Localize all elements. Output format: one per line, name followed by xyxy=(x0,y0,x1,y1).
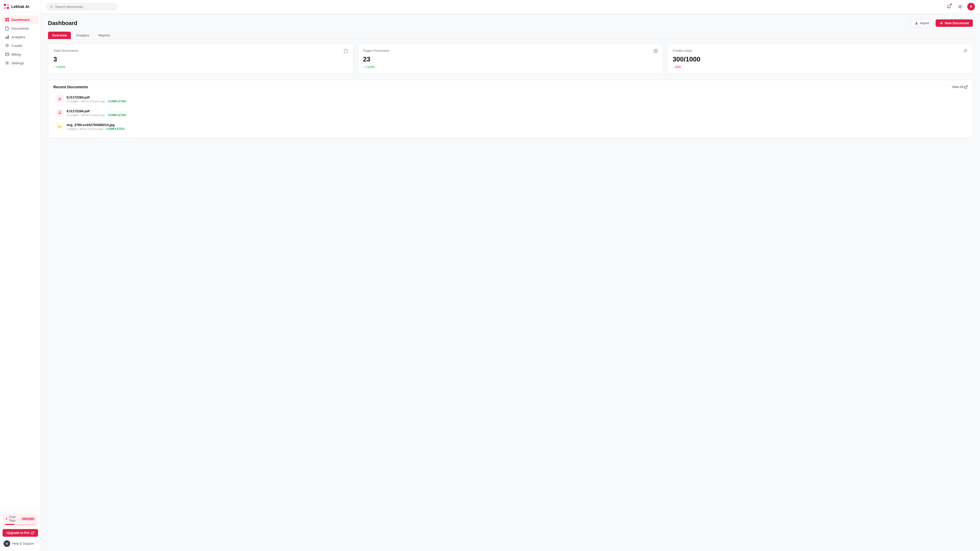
doc-file-icon-pdf-0: PDF xyxy=(56,95,64,103)
dashboard-icon xyxy=(5,17,9,22)
recent-documents-section: Recent Documents View All PDF xyxy=(48,80,973,138)
import-button[interactable]: Import xyxy=(911,19,933,27)
stat-card-credits-used: Credits Used 300/1000 ↓ 30% xyxy=(667,44,973,74)
recent-header: Recent Documents View All xyxy=(53,85,967,89)
svg-rect-15 xyxy=(654,49,655,51)
image-icon xyxy=(58,124,62,129)
sparkle-icon xyxy=(963,49,967,53)
app-logo[interactable]: Lekhak AI xyxy=(0,0,41,13)
upgrade-btn-label: Upgrade to Pro xyxy=(6,531,29,535)
main-area: R Dashboard Import New Document xyxy=(41,0,980,551)
page-title: Dashboard xyxy=(48,20,77,27)
sidebar-item-dashboard[interactable]: Dashboard xyxy=(2,16,39,24)
svg-rect-1 xyxy=(7,4,9,6)
billing-icon xyxy=(5,52,9,56)
doc-item-0[interactable]: PDF EJ1172284.pdf 11 pages • about 4 hou… xyxy=(53,93,967,105)
free-plan-label: Free Plan xyxy=(9,515,19,522)
sidebar-item-analytics[interactable]: Analytics xyxy=(2,33,39,41)
file-icon xyxy=(344,49,348,53)
view-all-link[interactable]: View All xyxy=(952,85,967,89)
doc-item-1[interactable]: PDF EJ1172284.pdf 11 pages • about 4 hou… xyxy=(53,106,967,119)
upgrade-pro-button[interactable]: Upgrade to Pro xyxy=(3,529,38,537)
search-input[interactable] xyxy=(55,5,114,9)
sidebar-item-documents[interactable]: Documents xyxy=(2,24,39,32)
sidebar-item-credits-label: Credits xyxy=(11,44,22,48)
svg-rect-2 xyxy=(4,7,6,9)
settings-icon xyxy=(5,61,9,65)
sidebar: Lekhak AI Dashboard Documents xyxy=(0,0,41,551)
down-arrow-icon: ↓ xyxy=(673,65,674,69)
help-support-item[interactable]: N Help & Support xyxy=(3,539,38,548)
help-support-label: Help & Support xyxy=(12,542,34,545)
stat-label-pages: Pages Processed xyxy=(363,49,389,52)
stat-card-total-documents: Total Documents 3 ↑ +100% xyxy=(48,44,353,74)
doc-name-2: img_3780-e1442794380214.jpg xyxy=(67,123,965,127)
svg-rect-21 xyxy=(58,125,62,128)
top-header: R xyxy=(41,0,980,14)
app-name: Lekhak AI xyxy=(11,4,29,9)
stat-card-pages-processed: Pages Processed 23 ↑ +100% xyxy=(358,44,663,74)
tab-analytics[interactable]: Analytics xyxy=(72,32,94,39)
doc-status-1: COMPLETED xyxy=(108,114,126,117)
svg-rect-11 xyxy=(5,53,9,56)
doc-meta-1: 11 pages • about 4 hours ago · COMPLETED xyxy=(67,114,965,117)
sidebar-item-analytics-label: Analytics xyxy=(11,35,25,39)
svg-rect-6 xyxy=(5,20,7,21)
new-doc-label: New Document xyxy=(945,21,969,25)
sidebar-item-credits[interactable]: Credits xyxy=(2,41,39,50)
svg-rect-18 xyxy=(656,51,657,53)
search-icon xyxy=(50,5,53,8)
tab-overview[interactable]: Overview xyxy=(48,32,71,39)
sidebar-item-settings[interactable]: Settings xyxy=(2,59,39,67)
user-avatar-small: N xyxy=(3,540,10,547)
doc-meta-0: 11 pages • about 4 hours ago · COMPLETED xyxy=(67,100,965,103)
svg-rect-5 xyxy=(7,18,9,19)
search-box[interactable] xyxy=(46,3,118,11)
stat-value-pages: 23 xyxy=(363,56,658,63)
doc-file-icon-pdf-1: PDF xyxy=(56,109,64,117)
doc-file-icon-img-2 xyxy=(56,123,64,130)
analytics-icon xyxy=(5,35,9,39)
doc-info-2: img_3780-e1442794380214.jpg 1 pages • ab… xyxy=(67,123,965,130)
sidebar-item-billing[interactable]: Billing xyxy=(2,50,39,59)
doc-meta-2: 1 pages • about 4 hours ago · COMPLETED xyxy=(67,127,965,130)
svg-text:PDF: PDF xyxy=(59,99,61,100)
stat-change-total-docs: ↑ +100% xyxy=(53,65,348,69)
plus-icon xyxy=(940,21,943,25)
new-document-button[interactable]: New Document xyxy=(935,19,973,27)
gear-icon xyxy=(958,4,963,9)
svg-rect-7 xyxy=(7,20,9,21)
doc-info-1: EJ1172284.pdf 11 pages • about 4 hours a… xyxy=(67,109,965,117)
doc-name-1: EJ1172284.pdf xyxy=(67,109,965,113)
page-content: Dashboard Import New Document Overview xyxy=(41,14,980,551)
user-avatar-header[interactable]: R xyxy=(967,3,975,11)
svg-rect-17 xyxy=(654,51,655,53)
sidebar-bottom: Free Plan 300/1000 Upgrade to Pro N Help… xyxy=(0,510,41,551)
svg-point-22 xyxy=(59,126,59,127)
notifications-button[interactable] xyxy=(945,3,953,11)
external-link-icon xyxy=(31,531,34,534)
stat-change-credits: ↓ 30% xyxy=(673,65,967,69)
logo-icon xyxy=(3,3,9,9)
page-header: Dashboard Import New Document xyxy=(48,19,973,27)
up-arrow-icon2: ↑ xyxy=(363,65,364,69)
doc-item-2[interactable]: img_3780-e1442794380214.jpg 1 pages • ab… xyxy=(53,120,967,133)
svg-rect-8 xyxy=(5,38,6,39)
credits-icon xyxy=(5,44,9,48)
up-arrow-icon: ↑ xyxy=(53,65,55,69)
page-actions: Import New Document xyxy=(911,19,973,27)
doc-list: PDF EJ1172284.pdf 11 pages • about 4 hou… xyxy=(53,93,967,133)
doc-status-2: COMPLETED xyxy=(106,127,124,130)
pdf-icon2: PDF xyxy=(58,111,62,115)
import-icon xyxy=(915,21,918,25)
sidebar-item-billing-label: Billing xyxy=(11,52,21,56)
tab-reports[interactable]: Reports xyxy=(94,32,115,39)
external-link-small-icon xyxy=(964,86,967,89)
header-right: R xyxy=(945,3,975,11)
grid-icon xyxy=(653,49,658,53)
settings-button[interactable] xyxy=(956,3,964,11)
doc-name-0: EJ1172284.pdf xyxy=(67,95,965,99)
stat-label-credits: Credits Used xyxy=(673,49,692,52)
svg-rect-3 xyxy=(7,7,9,9)
sidebar-item-documents-label: Documents xyxy=(11,27,29,30)
